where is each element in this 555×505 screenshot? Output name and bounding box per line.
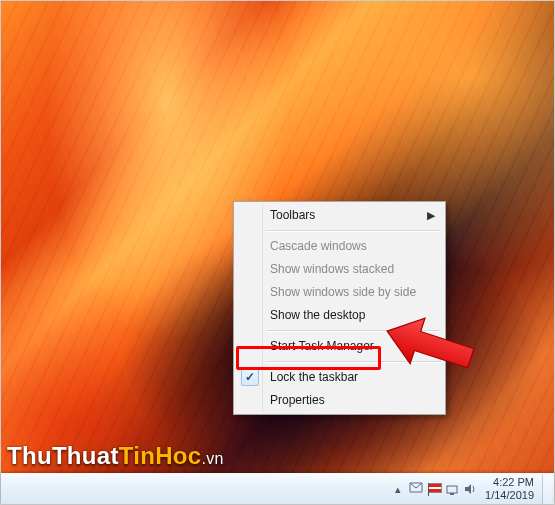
action-center-icon[interactable] [407, 480, 425, 498]
screenshot-stage: ThuThuatTinHoc.vn Toolbars ▶ Cascade win… [0, 0, 555, 505]
menu-separator [266, 230, 441, 232]
taskbar-clock[interactable]: 4:22 PM 1/14/2019 [479, 474, 542, 504]
menu-item-cascade[interactable]: Cascade windows [236, 235, 443, 258]
menu-label: Start Task Manager [270, 339, 374, 353]
menu-item-task-manager[interactable]: Start Task Manager [236, 335, 443, 358]
checkmark-icon: ✓ [241, 369, 259, 386]
clock-date: 1/14/2019 [485, 489, 534, 502]
network-icon[interactable] [443, 480, 461, 498]
menu-label: Toolbars [270, 208, 315, 222]
volume-icon[interactable] [461, 480, 479, 498]
submenu-arrow-icon: ▶ [427, 204, 435, 227]
svg-rect-0 [447, 486, 457, 493]
svg-rect-1 [450, 493, 454, 495]
system-tray: ▴ 4:22 PM 1/14/2019 [389, 474, 554, 504]
menu-item-side-by-side[interactable]: Show windows side by side [236, 281, 443, 304]
menu-label: Show the desktop [270, 308, 365, 322]
watermark-logo: ThuThuatTinHoc.vn [7, 442, 224, 470]
taskbar[interactable]: ▴ 4:22 PM 1/14/2019 [1, 473, 554, 504]
menu-label: Properties [270, 393, 325, 407]
show-desktop-button[interactable] [542, 474, 552, 504]
menu-item-toolbars[interactable]: Toolbars ▶ [236, 204, 443, 227]
menu-separator [266, 330, 441, 332]
menu-item-stacked[interactable]: Show windows stacked [236, 258, 443, 281]
menu-label: Show windows side by side [270, 285, 416, 299]
menu-label: Show windows stacked [270, 262, 394, 276]
menu-item-lock-taskbar[interactable]: ✓ Lock the taskbar [236, 366, 443, 389]
tray-flag-icon[interactable] [425, 480, 443, 498]
watermark-part-3: .vn [201, 450, 223, 467]
clock-time: 4:22 PM [485, 476, 534, 489]
menu-item-show-desktop[interactable]: Show the desktop [236, 304, 443, 327]
watermark-part-1: ThuThuat [7, 442, 119, 469]
watermark-part-2: TinHoc [119, 442, 202, 469]
taskbar-context-menu: Toolbars ▶ Cascade windows Show windows … [233, 201, 446, 415]
menu-item-properties[interactable]: Properties [236, 389, 443, 412]
menu-label: Cascade windows [270, 239, 367, 253]
taskbar-left [1, 474, 389, 504]
menu-separator [266, 361, 441, 363]
tray-overflow-icon[interactable]: ▴ [389, 480, 407, 498]
menu-label: Lock the taskbar [270, 370, 358, 384]
